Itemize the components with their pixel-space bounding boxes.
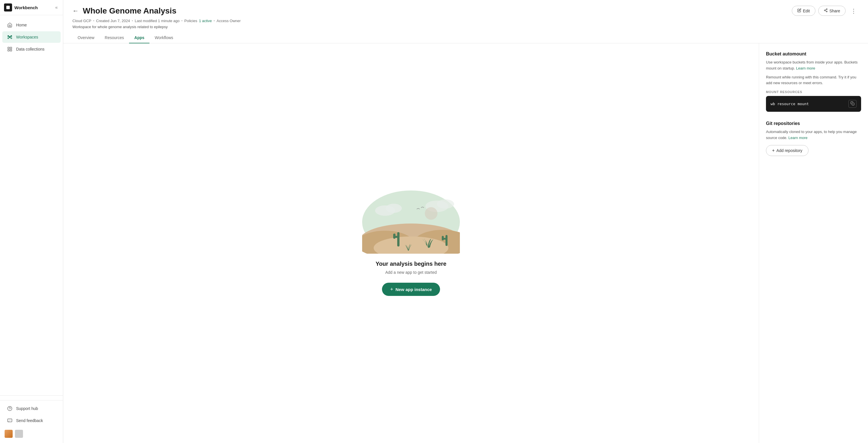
meta-access: Access Owner — [217, 19, 241, 23]
back-button[interactable]: ← — [72, 8, 79, 14]
home-icon — [7, 22, 13, 28]
bucket-learn-more-link[interactable]: Learn more — [796, 66, 815, 70]
tab-overview[interactable]: Overview — [72, 32, 99, 43]
meta-sep4: • — [214, 19, 215, 23]
add-repository-button[interactable]: + Add repository — [766, 145, 808, 156]
new-app-instance-button[interactable]: + New app instance — [382, 283, 440, 296]
header-actions: Edit Share ⋮ — [792, 6, 859, 16]
sidebar-item-support-hub[interactable]: Support hub — [2, 403, 61, 414]
svg-rect-35 — [852, 103, 854, 105]
svg-point-4 — [11, 38, 12, 39]
svg-rect-31 — [393, 233, 396, 239]
meta-created: Created Jun 7, 2024 — [96, 19, 130, 23]
bucket-automount-body2: Remount while running with this command.… — [766, 74, 861, 87]
git-repositories-body: Automatically cloned to your apps, to he… — [766, 129, 861, 141]
sidebar-header: Workbench « — [0, 0, 63, 15]
git-repositories-section: Git repositories Automatically cloned to… — [766, 121, 861, 156]
svg-point-2 — [11, 35, 12, 36]
sidebar-bottom: Support hub Send feedback — [0, 395, 63, 443]
feedback-icon — [7, 418, 13, 423]
empty-illustration — [362, 190, 460, 254]
sidebar-title: Workbench — [14, 5, 38, 10]
sidebar-logo: Workbench — [4, 3, 38, 11]
meta-policies-prefix: Policies — [184, 19, 197, 23]
meta-sep2: • — [132, 19, 133, 23]
sidebar-item-send-feedback[interactable]: Send feedback — [2, 415, 61, 426]
git-learn-more-link[interactable]: Learn more — [788, 136, 807, 140]
svg-point-24 — [425, 207, 437, 220]
svg-rect-34 — [442, 236, 444, 241]
svg-point-3 — [8, 38, 9, 39]
svg-line-18 — [825, 9, 826, 10]
svg-rect-10 — [10, 50, 12, 51]
header-left: ← Whole Genome Analysis — [72, 6, 177, 15]
main-content: ← Whole Genome Analysis Edit — [63, 0, 868, 443]
share-icon — [824, 8, 828, 13]
sidebar-item-home-label: Home — [16, 23, 27, 27]
sidebar-collapse-button[interactable]: « — [54, 4, 59, 11]
page-header: ← Whole Genome Analysis Edit — [63, 0, 868, 43]
svg-point-23 — [437, 199, 454, 209]
right-sidebar: Bucket automount Use workspace buckets f… — [759, 43, 868, 443]
support-hub-label: Support hub — [16, 406, 38, 411]
share-button[interactable]: Share — [818, 6, 845, 16]
meta-policies-link[interactable]: 1 active — [199, 19, 212, 23]
plus-icon: + — [390, 287, 393, 292]
svg-rect-29 — [397, 232, 400, 247]
edit-label: Edit — [803, 9, 810, 13]
svg-rect-8 — [10, 47, 12, 49]
bucket-automount-section: Bucket automount Use workspace buckets f… — [766, 52, 861, 112]
svg-point-1 — [8, 35, 9, 36]
data-icon — [7, 46, 13, 52]
send-feedback-label: Send feedback — [16, 418, 43, 423]
sidebar-item-data-collections[interactable]: Data collections — [2, 43, 61, 55]
copy-command-button[interactable] — [848, 100, 857, 108]
add-repository-label: Add repository — [776, 148, 802, 153]
mount-resources-label: MOUNT RESOURCES — [766, 90, 861, 94]
new-app-instance-label: New app instance — [396, 287, 432, 292]
meta-cloud: Cloud GCP — [72, 19, 91, 23]
user-row — [0, 427, 63, 441]
code-block: wb resource mount — [766, 96, 861, 112]
svg-rect-7 — [8, 47, 9, 49]
meta-row: Cloud GCP • Created Jun 7, 2024 • Last m… — [72, 19, 859, 23]
workspace-description: Workspace for whole genome analysis rela… — [72, 25, 859, 29]
sidebar: Workbench « Home — [0, 0, 63, 443]
sidebar-item-home[interactable]: Home — [2, 19, 61, 31]
sidebar-nav: Home Workspaces — [0, 15, 63, 395]
bucket-automount-body1: Use workspace buckets from inside your a… — [766, 60, 861, 71]
tab-apps[interactable]: Apps — [129, 32, 150, 43]
more-options-button[interactable]: ⋮ — [848, 6, 859, 15]
edit-icon — [797, 8, 801, 13]
tab-bar: Overview Resources Apps Workflows — [72, 32, 859, 43]
add-repo-plus-icon: + — [772, 148, 775, 153]
center-panel: Your analysis begins here Add a new app … — [63, 43, 759, 443]
empty-state-subtitle: Add a new app to get started — [385, 270, 437, 275]
edit-button[interactable]: Edit — [792, 6, 815, 16]
svg-line-6 — [10, 36, 11, 37]
header-top: ← Whole Genome Analysis Edit — [72, 6, 859, 16]
avatar-secondary — [15, 430, 23, 438]
avatar-primary — [5, 430, 13, 438]
logo-icon — [4, 3, 12, 11]
meta-sep3: • — [181, 19, 183, 23]
meta-modified: Last modified 1 minute ago — [135, 19, 180, 23]
svg-point-21 — [386, 204, 402, 213]
svg-line-5 — [9, 36, 9, 37]
support-icon — [7, 406, 13, 411]
tab-resources[interactable]: Resources — [99, 32, 129, 43]
svg-line-17 — [825, 11, 826, 11]
git-repositories-title: Git repositories — [766, 121, 861, 126]
workspaces-icon — [7, 34, 13, 40]
sidebar-item-workspaces[interactable]: Workspaces — [2, 31, 61, 43]
share-label: Share — [830, 9, 840, 13]
sidebar-item-workspaces-label: Workspaces — [16, 35, 38, 39]
mount-command: wb resource mount — [771, 102, 809, 106]
empty-state-title: Your analysis begins here — [376, 260, 446, 267]
sidebar-item-data-collections-label: Data collections — [16, 47, 44, 52]
page-title: Whole Genome Analysis — [83, 6, 177, 15]
tab-workflows[interactable]: Workflows — [150, 32, 178, 43]
svg-rect-32 — [445, 235, 447, 246]
svg-rect-9 — [8, 50, 9, 51]
meta-sep1: • — [93, 19, 95, 23]
